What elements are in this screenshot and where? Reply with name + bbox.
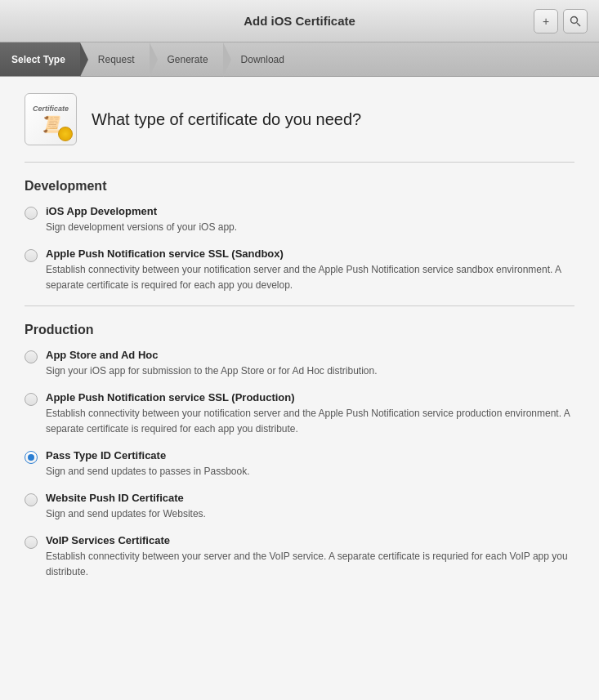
production-title: Production bbox=[25, 323, 574, 337]
radio-pass-type-id[interactable] bbox=[25, 451, 38, 464]
option-website-push[interactable]: Website Push ID Certificate Sign and sen… bbox=[25, 492, 574, 521]
breadcrumb-step-3[interactable]: Generate bbox=[150, 42, 223, 76]
window-title: Add iOS Certificate bbox=[244, 14, 355, 28]
option-label-apns-prod: Apple Push Notification service SSL (Pro… bbox=[46, 391, 574, 404]
option-pass-type-id[interactable]: Pass Type ID Certificate Sign and send u… bbox=[25, 449, 574, 479]
radio-ios-app-dev[interactable] bbox=[25, 207, 38, 220]
option-label-voip: VoIP Services Certificate bbox=[46, 534, 574, 546]
option-label-website-push: Website Push ID Certificate bbox=[46, 492, 206, 504]
radio-website-push[interactable] bbox=[25, 493, 38, 506]
option-desc-appstore-adhoc: Sign your iOS app for submission to the … bbox=[46, 365, 378, 377]
option-desc-apns-prod: Establish connectivity between your noti… bbox=[46, 408, 570, 435]
add-button[interactable]: + bbox=[534, 9, 558, 33]
development-section: Development iOS App Development Sign dev… bbox=[25, 179, 574, 292]
radio-apns-prod[interactable] bbox=[25, 393, 38, 406]
option-label-apns-sandbox: Apple Push Notification service SSL (San… bbox=[46, 247, 574, 260]
title-bar-buttons: + bbox=[534, 9, 588, 33]
option-apns-prod[interactable]: Apple Push Notification service SSL (Pro… bbox=[25, 391, 574, 436]
svg-point-0 bbox=[571, 16, 578, 23]
option-desc-apns-sandbox: Establish connectivity between your noti… bbox=[46, 264, 561, 291]
option-label-pass-type-id: Pass Type ID Certificate bbox=[46, 449, 250, 461]
option-desc-voip: Establish connectivity between your serv… bbox=[46, 551, 568, 577]
main-content: Certificate 📜 What type of certificate d… bbox=[0, 77, 599, 700]
radio-voip[interactable] bbox=[25, 536, 38, 549]
option-ios-app-dev[interactable]: iOS App Development Sign development ver… bbox=[25, 205, 574, 234]
breadcrumb-nav: Select Type Request Generate Download bbox=[0, 42, 599, 77]
breadcrumb-step-1[interactable]: Select Type bbox=[0, 42, 80, 76]
option-desc-pass-type-id: Sign and send updates to passes in Passb… bbox=[46, 466, 250, 477]
search-icon bbox=[570, 16, 581, 27]
option-desc-website-push: Sign and send updates for Websites. bbox=[46, 508, 206, 519]
breadcrumb-step-4[interactable]: Download bbox=[223, 42, 299, 76]
svg-line-1 bbox=[577, 23, 580, 26]
breadcrumb-step-2[interactable]: Request bbox=[80, 42, 150, 76]
radio-apns-sandbox[interactable] bbox=[25, 249, 38, 262]
title-bar: Add iOS Certificate + bbox=[0, 0, 599, 42]
search-button[interactable] bbox=[563, 9, 588, 33]
cert-badge bbox=[58, 127, 73, 141]
option-desc-ios-app-dev: Sign development versions of your iOS ap… bbox=[46, 221, 237, 233]
production-section: Production App Store and Ad Hoc Sign you… bbox=[25, 323, 574, 579]
option-label-appstore-adhoc: App Store and Ad Hoc bbox=[46, 349, 378, 361]
cert-icon: Certificate 📜 bbox=[25, 93, 77, 145]
cert-question: What type of certificate do you need? bbox=[92, 110, 361, 129]
option-apns-sandbox[interactable]: Apple Push Notification service SSL (San… bbox=[25, 247, 574, 292]
option-voip[interactable]: VoIP Services Certificate Establish conn… bbox=[25, 534, 574, 579]
option-appstore-adhoc[interactable]: App Store and Ad Hoc Sign your iOS app f… bbox=[25, 349, 574, 378]
option-label-ios-app-dev: iOS App Development bbox=[46, 205, 237, 217]
development-title: Development bbox=[25, 179, 574, 194]
cert-header: Certificate 📜 What type of certificate d… bbox=[25, 93, 574, 163]
radio-appstore-adhoc[interactable] bbox=[25, 350, 38, 363]
divider-dev-prod bbox=[25, 305, 574, 306]
